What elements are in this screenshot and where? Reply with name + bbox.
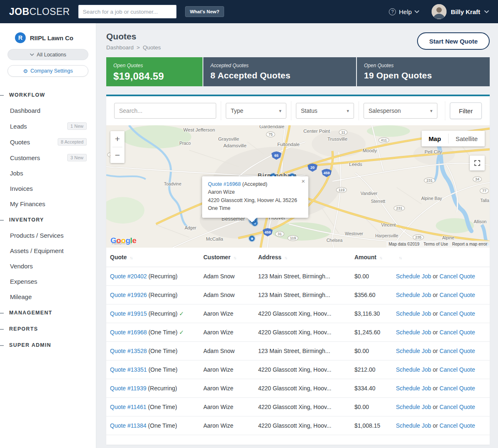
table-row: Quote #13351 (One Time)Aaron Wize4220 Gl…	[106, 360, 490, 379]
sidebar-item-expenses[interactable]: Expenses	[0, 274, 96, 289]
schedule-job-link[interactable]: Schedule Job	[396, 385, 431, 392]
cancel-quote-link[interactable]: Cancel Quote	[439, 310, 475, 317]
quote-link[interactable]: Quote #13351	[110, 366, 147, 373]
sidebar-item-vendors[interactable]: Vendors	[0, 258, 96, 274]
sort-icon[interactable]: ↑↓	[284, 256, 287, 260]
column-label: Amount	[354, 254, 376, 261]
zoom-in-button[interactable]: +	[110, 131, 124, 147]
terms-of-use-link[interactable]: Terms of Use	[424, 242, 448, 246]
sidebar-item-products-services[interactable]: Products / Services	[0, 228, 96, 243]
sort-icon[interactable]: ↑↓	[129, 256, 132, 260]
schedule-job-link[interactable]: Schedule Job	[396, 329, 431, 336]
sidebar-item-assets-equipment[interactable]: Assets / Equipment	[0, 243, 96, 258]
sidebar-item-invoices[interactable]: Invoices	[0, 181, 96, 196]
close-icon[interactable]: ×	[301, 178, 305, 184]
map-type-map-button[interactable]: Map	[422, 135, 448, 142]
cancel-quote-link[interactable]: Cancel Quote	[439, 385, 475, 392]
amount-cell: $0.00	[350, 267, 392, 286]
sort-icon[interactable]: ↑↓	[399, 256, 401, 260]
quote-link[interactable]: Quote #19926	[110, 292, 147, 298]
quotes-panel: Type▾ Status▾ Salesperson▾ Filter	[106, 95, 490, 445]
whats-new-button[interactable]: What's New?	[185, 6, 224, 17]
quote-link[interactable]: Quote #11939	[110, 385, 146, 392]
quote-link[interactable]: Quote #11384	[110, 422, 146, 429]
map-place-label: Harpersville	[375, 233, 398, 238]
address-cell: 4220 Glasscott Xing, Hoov...	[254, 398, 350, 416]
address-cell: 4220 Glasscott Xing, Hoov...	[254, 416, 350, 435]
route-shield: 235	[413, 234, 424, 240]
column-header-quote[interactable]: Quote↑↓	[106, 248, 199, 267]
user-menu[interactable]: Billy Kraft	[432, 4, 489, 19]
quote-link[interactable]: Quote #19915	[110, 310, 147, 317]
schedule-job-link[interactable]: Schedule Job	[396, 310, 431, 317]
cancel-quote-link[interactable]: Cancel Quote	[439, 404, 475, 410]
quote-type: (Recurring)	[147, 273, 178, 280]
start-new-quote-button[interactable]: Start New Quote	[417, 32, 490, 50]
schedule-job-link[interactable]: Schedule Job	[396, 348, 431, 354]
company-header[interactable]: R RIIPL Lawn Co	[0, 23, 96, 48]
map-marker[interactable]	[249, 236, 255, 241]
chevron-down-icon	[484, 10, 489, 13]
schedule-job-link[interactable]: Schedule Job	[396, 422, 431, 429]
cancel-quote-link[interactable]: Cancel Quote	[439, 422, 475, 429]
filter-button[interactable]: Filter	[450, 102, 482, 119]
cancel-quote-link[interactable]: Cancel Quote	[439, 292, 475, 298]
breadcrumb: Dashboard>Quotes	[106, 44, 161, 51]
sidebar-item-my-finances[interactable]: My Finances	[0, 196, 96, 212]
quote-link[interactable]: Quote #11461	[110, 404, 146, 410]
schedule-job-link[interactable]: Schedule Job	[396, 404, 431, 410]
nav-section-workflow: WORKFLOW	[0, 87, 96, 103]
map-place-label: Vincent	[381, 222, 396, 227]
sidebar-item-leads[interactable]: Leads1 New	[0, 118, 96, 134]
fullscreen-button[interactable]	[470, 156, 485, 170]
app-logo[interactable]: JOBCLOSER	[9, 6, 70, 17]
sidebar-item-quotes[interactable]: Quotes8 Accepted	[0, 134, 96, 150]
column-header-actions[interactable]: ↑↓	[392, 248, 490, 267]
schedule-job-link[interactable]: Schedule Job	[396, 366, 431, 373]
quote-link[interactable]: Quote #13528	[110, 348, 147, 354]
sidebar-item-customers[interactable]: Customers3 New	[0, 150, 96, 166]
company-settings-button[interactable]: ⚙ Company Settings	[7, 65, 88, 77]
sidebar-item-dashboard[interactable]: Dashboard	[0, 103, 96, 118]
global-search-input[interactable]	[78, 5, 177, 19]
map-type-satellite-button[interactable]: Satellite	[449, 135, 485, 142]
company-name: RIIPL Lawn Co	[30, 34, 73, 41]
sidebar-item-jobs[interactable]: Jobs	[0, 166, 96, 181]
status-badge: 1 New	[67, 122, 87, 130]
cancel-quote-link[interactable]: Cancel Quote	[439, 329, 475, 336]
zoom-out-button[interactable]: −	[110, 147, 124, 163]
type-select[interactable]: Type▾	[226, 103, 286, 119]
breadcrumb-current: Quotes	[143, 44, 161, 51]
locations-dropdown[interactable]: All Locations	[7, 49, 88, 60]
stat-card: Open Quotes $19,084.59	[106, 57, 203, 86]
help-menu[interactable]: ? Help	[389, 8, 419, 15]
breadcrumb-dashboard-link[interactable]: Dashboard	[106, 44, 134, 51]
schedule-job-link[interactable]: Schedule Job	[396, 273, 431, 280]
sidebar-item-label: Quotes	[10, 139, 30, 146]
quotes-search-input[interactable]	[114, 103, 216, 119]
quote-link[interactable]: Quote #16968	[110, 329, 147, 336]
schedule-job-link[interactable]: Schedule Job	[396, 292, 431, 298]
sort-icon[interactable]: ↑↓	[233, 256, 236, 260]
quote-link[interactable]: Quote #20402	[110, 273, 147, 280]
actions-separator: or	[431, 422, 439, 429]
status-select[interactable]: Status▾	[296, 103, 354, 119]
cancel-quote-link[interactable]: Cancel Quote	[439, 348, 475, 354]
sort-icon[interactable]: ↑↓	[379, 256, 382, 260]
type-select-value: Type	[231, 107, 243, 114]
report-map-error-link[interactable]: Report a map error	[452, 242, 487, 246]
column-header-address[interactable]: Address↑↓	[254, 248, 350, 267]
map-place-label: McCalla	[206, 236, 223, 241]
map-canvas[interactable]: × Quote #16968 (Accepted) Aaron Wize 422…	[106, 125, 490, 248]
cancel-quote-link[interactable]: Cancel Quote	[439, 273, 475, 280]
infowindow-status: (Accepted)	[241, 181, 267, 187]
salesperson-select[interactable]: Salesperson▾	[364, 103, 437, 119]
cancel-quote-link[interactable]: Cancel Quote	[439, 366, 475, 373]
column-header-amount[interactable]: Amount↑↓	[350, 248, 392, 267]
chevron-down-icon: ▾	[279, 108, 281, 114]
column-header-customer[interactable]: Customer↑↓	[199, 248, 254, 267]
google-logo[interactable]: Google	[110, 236, 136, 245]
infowindow-quote-link[interactable]: Quote #16968	[208, 181, 241, 187]
customer-cell: Aaron Wize	[199, 416, 254, 435]
sidebar-item-mileage[interactable]: Mileage	[0, 289, 96, 304]
